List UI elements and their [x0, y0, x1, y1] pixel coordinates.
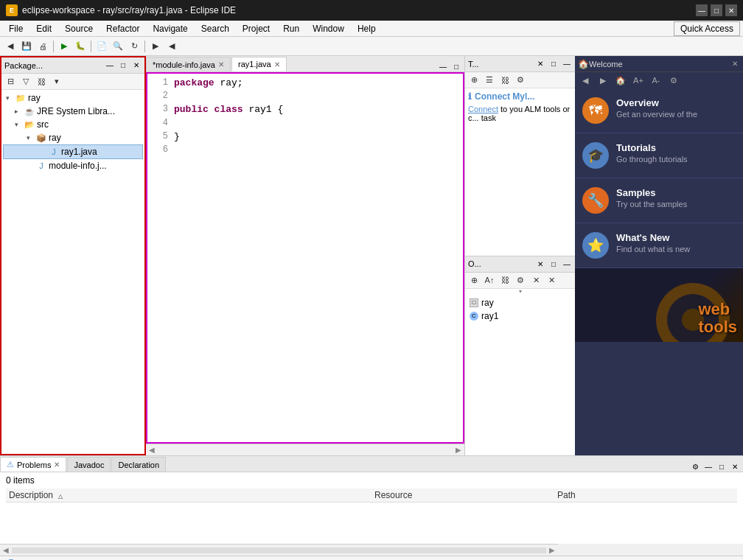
outline-min[interactable]: —	[562, 259, 572, 269]
package-explorer-minimize[interactable]: —	[105, 60, 115, 71]
tree-item-module-info[interactable]: J module-info.j...	[3, 159, 143, 172]
menu-navigate[interactable]: Navigate	[147, 22, 193, 35]
welcome-nav-back[interactable]: ◀	[578, 73, 593, 88]
menu-refactor[interactable]: Refactor	[100, 22, 145, 35]
tab-javadoc-label: Javadoc	[74, 461, 104, 469]
bottom-panel-close[interactable]: ✕	[730, 461, 740, 472]
tab-label-module: *module-info.java	[153, 60, 215, 69]
connect-link[interactable]: Connect	[468, 105, 498, 113]
col-description[interactable]: Description △	[6, 489, 372, 503]
tree-item-src[interactable]: ▾ 📂 src	[3, 118, 143, 131]
welcome-item-whatsnew[interactable]: ⭐ What's New Find out what is new	[575, 223, 743, 268]
toolbar-refresh-btn[interactable]: ↻	[127, 39, 142, 54]
toolbar-prev-btn[interactable]: ◀	[164, 39, 179, 54]
tree-arrow-ray-pkg: ▾	[27, 134, 35, 141]
task-btn-4[interactable]: ⚙	[513, 73, 528, 88]
task-btn-1[interactable]: ⊕	[467, 73, 481, 88]
toolbar-back-btn[interactable]: ◀	[3, 39, 18, 54]
menu-edit[interactable]: Edit	[30, 22, 57, 35]
close-button[interactable]: ✕	[725, 4, 737, 16]
welcome-item-overview[interactable]: 🗺 Overview Get an overview of the	[575, 88, 743, 133]
tab-declaration[interactable]: Declaration	[111, 457, 166, 472]
editor-maximize[interactable]: □	[451, 61, 461, 71]
outline-close[interactable]: ✕	[535, 259, 545, 269]
welcome-item-samples[interactable]: 🔧 Samples Try out the samples	[575, 178, 743, 223]
quick-access-button[interactable]: Quick Access	[674, 21, 740, 36]
outline-btn-6[interactable]: ✕	[544, 273, 559, 287]
toolbar-search-btn[interactable]: 🔍	[111, 39, 125, 54]
pkg-filter-btn[interactable]: ▽	[18, 74, 33, 89]
outline-item-ray1[interactable]: C ray1	[467, 309, 573, 323]
outline-btn-3[interactable]: ⛓	[498, 273, 512, 287]
webtools-logo-area: webtools	[575, 268, 743, 342]
tab-javadoc[interactable]: Javadoc	[67, 457, 111, 472]
toolbar-debug-btn[interactable]: 🐛	[73, 39, 88, 54]
editor-scrollbar[interactable]: ◀ ▶	[146, 444, 464, 455]
tree-item-ray-pkg[interactable]: ▾ 📦 ray	[3, 131, 143, 144]
tab-problems[interactable]: ⚠ Problems ✕	[0, 457, 66, 472]
minimize-button[interactable]: —	[696, 4, 708, 16]
outline-item-ray[interactable]: □ ray	[467, 296, 573, 309]
welcome-nav-forward[interactable]: ▶	[596, 73, 610, 88]
bottom-panel-settings[interactable]: ⚙	[690, 461, 700, 472]
outline-max[interactable]: □	[548, 259, 559, 269]
scroll-right[interactable]: ▶	[456, 446, 461, 454]
task-panel-close[interactable]: ✕	[535, 59, 545, 69]
col-path[interactable]: Path	[554, 489, 737, 503]
toolbar-print-btn[interactable]: 🖨	[35, 39, 50, 54]
toolbar-save-btn[interactable]: 💾	[19, 39, 34, 54]
samples-icon: 🔧	[582, 187, 609, 214]
tab-problems-close[interactable]: ✕	[54, 461, 60, 469]
outline-btn-5[interactable]: ✕	[529, 273, 543, 287]
menu-source[interactable]: Source	[59, 22, 99, 35]
editor-tab-module-info[interactable]: *module-info.java ✕	[146, 57, 231, 71]
task-panel-max[interactable]: □	[548, 59, 559, 69]
bottom-scrollbar[interactable]: ◀ ▶	[0, 544, 558, 556]
menu-search[interactable]: Search	[195, 22, 235, 35]
menu-window[interactable]: Window	[307, 22, 350, 35]
tree-item-jre[interactable]: ▸ ☕ JRE System Libra...	[3, 105, 143, 118]
pkg-link-btn[interactable]: ⛓	[34, 74, 49, 89]
outline-btn-1[interactable]: ⊕	[467, 273, 481, 287]
menu-run[interactable]: Run	[277, 22, 305, 35]
package-explorer-maximize[interactable]: □	[118, 60, 128, 71]
code-content-3: public class ray1 {	[174, 103, 283, 116]
editor-tab-ray1[interactable]: ray1.java ✕	[231, 57, 287, 71]
scroll-h-left[interactable]: ◀	[3, 546, 9, 554]
task-panel-min[interactable]: —	[562, 59, 572, 69]
maximize-button[interactable]: □	[711, 4, 722, 16]
folder-icon: 📁	[15, 92, 27, 104]
menu-project[interactable]: Project	[237, 22, 276, 35]
welcome-nav-settings[interactable]: ⚙	[666, 73, 681, 88]
tree-item-ray-root[interactable]: ▾ 📁 ray	[3, 91, 143, 105]
tab-close-ray1[interactable]: ✕	[274, 60, 280, 69]
outline-btn-4[interactable]: ⚙	[513, 273, 528, 287]
welcome-nav-zoom-in[interactable]: A+	[631, 73, 646, 88]
menu-help[interactable]: Help	[352, 22, 382, 35]
editor-minimize[interactable]: —	[438, 61, 448, 71]
scroll-h-track[interactable]	[12, 547, 546, 553]
welcome-close[interactable]: ✕	[730, 59, 740, 69]
tab-close-module[interactable]: ✕	[218, 60, 224, 69]
welcome-item-tutorials[interactable]: 🎓 Tutorials Go through tutorials	[575, 133, 743, 178]
pkg-menu-btn[interactable]: ▾	[49, 74, 64, 89]
package-explorer-close[interactable]: ✕	[131, 60, 142, 71]
editor-content[interactable]: 1 package ray; 2 3 public class ray1 { 4…	[146, 72, 464, 444]
scroll-left[interactable]: ◀	[149, 446, 155, 454]
outline-btn-2[interactable]: A↑	[482, 273, 497, 287]
scroll-h-right[interactable]: ▶	[549, 546, 555, 554]
welcome-nav-zoom-out[interactable]: A-	[649, 73, 663, 88]
toolbar-run-btn[interactable]: ▶	[57, 39, 71, 54]
menu-file[interactable]: File	[3, 22, 29, 35]
welcome-nav-home[interactable]: 🏠	[613, 73, 628, 88]
pkg-collapse-btn[interactable]: ⊟	[3, 74, 18, 89]
toolbar-new-btn[interactable]: 📄	[94, 39, 109, 54]
task-btn-3[interactable]: ⛓	[498, 73, 512, 88]
toolbar-next-btn[interactable]: ▶	[148, 39, 163, 54]
tree-item-ray1-java[interactable]: J ray1.java	[3, 144, 143, 159]
task-btn-2[interactable]: ☰	[482, 73, 497, 88]
bottom-panel-max[interactable]: □	[716, 461, 727, 472]
panels-row: Package... — □ ✕ ⊟ ▽ ⛓ ▾ ▾ 📁 ray	[0, 56, 743, 455]
bottom-panel-min[interactable]: —	[703, 461, 714, 472]
col-resource[interactable]: Resource	[372, 489, 554, 503]
